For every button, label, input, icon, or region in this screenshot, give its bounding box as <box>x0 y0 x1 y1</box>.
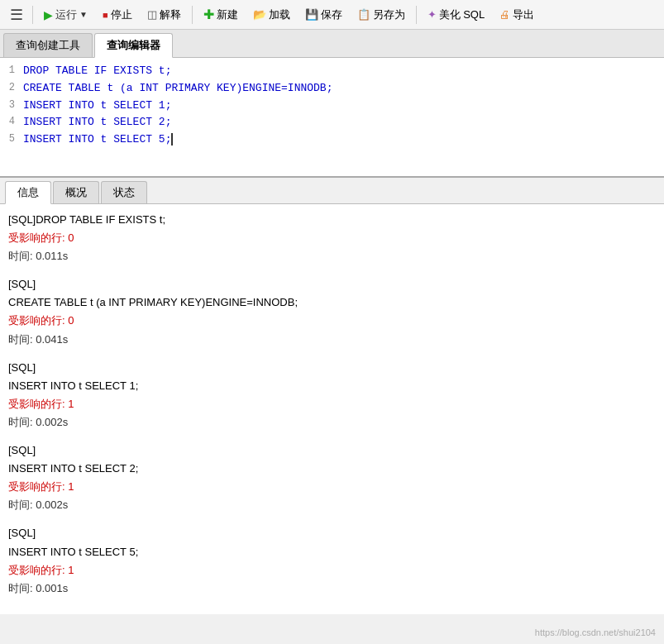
result-block-1-rows: 受影响的行: 0 <box>8 229 656 247</box>
saveas-label: 另存为 <box>373 7 405 22</box>
result-block-3-tag: [SQL] <box>8 359 656 377</box>
result-block-3-time: 时间: 0.002s <box>8 413 656 432</box>
result-tab-info[interactable]: 信息 <box>5 181 51 204</box>
line-content-4: INSERT INTO t SELECT 2; <box>23 114 661 131</box>
stop-icon: ■ <box>103 10 108 20</box>
tab-query-editor[interactable]: 查询编辑器 <box>94 33 173 58</box>
code-line-2: 2 CREATE TABLE t (a INT PRIMARY KEY)ENGI… <box>0 80 664 98</box>
result-tab-bar: 信息 概况 状态 <box>0 178 664 204</box>
result-block-5: [SQL] INSERT INTO t SELECT 5; 受影响的行: 1 时… <box>8 524 656 597</box>
beautify-icon: ✦ <box>428 8 437 21</box>
save-button[interactable]: 💾 保存 <box>299 4 349 26</box>
result-block-3: [SQL] INSERT INTO t SELECT 1; 受影响的行: 1 时… <box>8 359 656 432</box>
result-block-3-sql: INSERT INTO t SELECT 1; <box>8 377 656 395</box>
main-toolbar: ☰ ▶ 运行 ▼ ■ 停止 ◫ 解释 ✚ 新建 📂 加载 💾 保存 📋 另存为 … <box>0 0 664 30</box>
separator-3 <box>416 6 417 24</box>
beautify-button[interactable]: ✦ 美化 SQL <box>421 4 492 26</box>
stop-button[interactable]: ■ 停止 <box>96 4 139 26</box>
result-block-3-rows: 受影响的行: 1 <box>8 395 656 413</box>
run-label: 运行 <box>55 7 77 22</box>
new-icon: ✚ <box>203 7 214 22</box>
explain-label: 解释 <box>160 7 181 22</box>
result-block-4-rows: 受影响的行: 1 <box>8 478 656 496</box>
load-icon: 📂 <box>253 8 266 21</box>
export-label: 导出 <box>513 7 534 22</box>
watermark: https://blog.csdn.net/shui2104 <box>535 627 656 637</box>
line-num-5: 5 <box>3 131 23 147</box>
result-block-5-time: 时间: 0.001s <box>8 580 656 598</box>
result-block-5-rows: 受影响的行: 1 <box>8 561 656 580</box>
save-label: 保存 <box>321 7 342 22</box>
separator-1 <box>32 6 33 24</box>
result-tab-overview[interactable]: 概况 <box>53 181 99 203</box>
load-label: 加载 <box>269 7 290 22</box>
result-block-4: [SQL] INSERT INTO t SELECT 2; 受影响的行: 1 时… <box>8 441 656 514</box>
line-content-5: INSERT INTO t SELECT 5; <box>23 131 661 149</box>
result-block-2-rows: 受影响的行: 0 <box>8 312 656 330</box>
run-dropdown-icon: ▼ <box>79 10 88 19</box>
line-num-4: 4 <box>3 114 23 130</box>
saveas-button[interactable]: 📋 另存为 <box>351 4 412 26</box>
line-num-3: 3 <box>3 98 23 113</box>
result-tab-status[interactable]: 状态 <box>101 181 147 203</box>
result-block-5-tag: [SQL] <box>8 524 656 542</box>
editor-tab-bar: 查询创建工具 查询编辑器 <box>0 30 664 58</box>
run-button[interactable]: ▶ 运行 ▼ <box>37 4 94 26</box>
line-content-2: CREATE TABLE t (a INT PRIMARY KEY)ENGINE… <box>23 80 661 98</box>
explain-button[interactable]: ◫ 解释 <box>141 4 188 26</box>
explain-icon: ◫ <box>147 8 157 21</box>
code-line-5: 5 INSERT INTO t SELECT 5; <box>0 131 664 149</box>
result-block-4-time: 时间: 0.002s <box>8 496 656 514</box>
line-num-1: 1 <box>3 63 23 79</box>
beautify-label: 美化 SQL <box>439 7 485 22</box>
result-block-2: [SQL] CREATE TABLE t (a INT PRIMARY KEY)… <box>8 275 656 348</box>
line-content-3: INSERT INTO t SELECT 1; <box>23 98 661 115</box>
result-block-2-tag: [SQL] <box>8 275 656 293</box>
save-icon: 💾 <box>305 8 318 21</box>
export-button[interactable]: 🖨 导出 <box>493 4 541 26</box>
result-block-2-sql: CREATE TABLE t (a INT PRIMARY KEY)ENGINE… <box>8 293 656 312</box>
result-block-1-time: 时间: 0.011s <box>8 247 656 265</box>
result-block-5-sql: INSERT INTO t SELECT 5; <box>8 543 656 561</box>
result-block-4-sql: INSERT INTO t SELECT 2; <box>8 460 656 478</box>
result-block-1-tag: [SQL]DROP TABLE IF EXISTS t; <box>8 211 656 229</box>
result-block-2-time: 时间: 0.041s <box>8 331 656 349</box>
new-button[interactable]: ✚ 新建 <box>197 3 245 26</box>
stop-label: 停止 <box>111 7 132 22</box>
code-line-3: 3 INSERT INTO t SELECT 1; <box>0 98 664 115</box>
separator-2 <box>192 6 193 24</box>
code-line-4: 4 INSERT INTO t SELECT 2; <box>0 114 664 131</box>
line-num-2: 2 <box>3 80 23 96</box>
menu-icon[interactable]: ☰ <box>5 4 28 26</box>
code-line-1: 1 DROP TABLE IF EXISTS t; <box>0 63 664 80</box>
export-icon: 🖨 <box>499 8 510 21</box>
code-editor[interactable]: 1 DROP TABLE IF EXISTS t; 2 CREATE TABLE… <box>0 58 664 178</box>
line-content-1: DROP TABLE IF EXISTS t; <box>23 63 661 80</box>
tab-query-builder[interactable]: 查询创建工具 <box>3 33 93 57</box>
result-panel: [SQL]DROP TABLE IF EXISTS t; 受影响的行: 0 时间… <box>0 204 664 614</box>
result-block-1: [SQL]DROP TABLE IF EXISTS t; 受影响的行: 0 时间… <box>8 211 656 265</box>
result-block-4-tag: [SQL] <box>8 441 656 460</box>
run-icon: ▶ <box>44 8 53 21</box>
new-label: 新建 <box>217 7 238 22</box>
saveas-icon: 📋 <box>357 8 370 21</box>
load-button[interactable]: 📂 加载 <box>246 4 297 26</box>
